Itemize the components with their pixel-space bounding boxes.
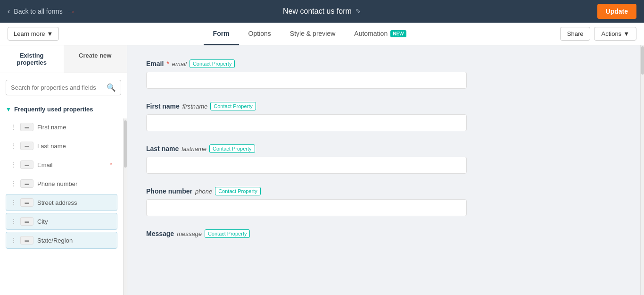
tab-automation[interactable]: Automation NEW xyxy=(345,23,415,45)
nav-right-actions: Share Actions ▼ xyxy=(560,23,636,45)
email-prop-name: email xyxy=(172,60,187,67)
field-label-row-email: Email * email Contact Property xyxy=(146,59,621,68)
list-item[interactable]: ⋮ ▬ Email * xyxy=(6,156,117,173)
prop-phone-label: Phone number xyxy=(37,180,112,187)
arrow-icon: → xyxy=(66,6,76,17)
section-chevron-icon: ▼ xyxy=(6,106,11,113)
lastname-prop-name: lastname xyxy=(182,145,206,152)
field-label-row-phone: Phone number phone Contact Property xyxy=(146,187,621,195)
back-to-forms-link[interactable]: ‹ Back to all forms → xyxy=(8,6,76,17)
share-label: Share xyxy=(567,30,584,37)
learn-more-button[interactable]: Learn more ▼ xyxy=(8,27,59,41)
drag-handle-icon: ⋮ xyxy=(11,180,17,187)
drag-handle-icon: ⋮ xyxy=(11,199,17,206)
field-type-icon: ▬ xyxy=(20,236,33,244)
form-field-lastname: Last name lastname Contact Property xyxy=(146,144,621,174)
section-header[interactable]: ▼ Frequently used properties xyxy=(6,106,121,113)
tab-form-label: Form xyxy=(213,30,230,37)
message-prop-name: message xyxy=(177,230,202,237)
prop-state-label: State/Region xyxy=(37,237,112,244)
properties-list: ⋮ ▬ First name ⋮ ▬ Last name ⋮ ▬ Email *… xyxy=(0,118,123,295)
lastname-input-preview[interactable] xyxy=(146,157,467,174)
prop-city-label: City xyxy=(37,218,112,225)
tab-style-preview[interactable]: Style & preview xyxy=(281,23,345,45)
edit-pencil-icon[interactable]: ✎ xyxy=(355,8,361,15)
firstname-prop-name: firstname xyxy=(182,103,207,110)
list-item[interactable]: ⋮ ▬ City xyxy=(6,213,117,230)
search-input[interactable] xyxy=(11,84,104,91)
learn-more-area: Learn more ▼ xyxy=(8,23,59,45)
drag-handle-icon: ⋮ xyxy=(11,161,17,168)
firstname-field-name: First name xyxy=(146,102,180,110)
form-title-area: New contact us form ✎ xyxy=(283,7,361,16)
panel-tab-create-label: Create new xyxy=(79,52,111,59)
email-contact-prop-badge: Contact Property xyxy=(190,59,235,68)
list-item[interactable]: ⋮ ▬ Phone number xyxy=(6,175,117,192)
phone-contact-prop-badge: Contact Property xyxy=(215,187,261,195)
left-panel-body: ⋮ ▬ First name ⋮ ▬ Last name ⋮ ▬ Email *… xyxy=(0,118,127,295)
tab-form[interactable]: Form xyxy=(204,23,239,45)
list-item[interactable]: ⋮ ▬ First name xyxy=(6,118,117,135)
panel-tab-create[interactable]: Create new xyxy=(64,45,127,73)
left-panel: Existing properties Create new 🔍 ▼ Frequ… xyxy=(0,45,127,295)
message-contact-prop-badge: Contact Property xyxy=(205,229,250,238)
email-input-preview[interactable] xyxy=(146,72,467,89)
actions-chevron-icon: ▼ xyxy=(623,30,629,37)
list-item[interactable]: ⋮ ▬ Street address xyxy=(6,194,117,211)
prop-street-label: Street address xyxy=(37,199,112,206)
list-item[interactable]: ⋮ ▬ Last name xyxy=(6,137,117,154)
right-panel[interactable]: Email * email Contact Property First nam… xyxy=(127,45,640,295)
drag-handle-icon: ⋮ xyxy=(11,218,17,225)
field-type-icon: ▬ xyxy=(20,217,33,226)
required-asterisk: * xyxy=(110,161,112,168)
field-label-row-lastname: Last name lastname Contact Property xyxy=(146,144,621,153)
new-badge: NEW xyxy=(390,30,406,37)
prop-lastname-label: Last name xyxy=(37,143,112,150)
phone-prop-name: phone xyxy=(195,188,212,195)
secondary-nav: Learn more ▼ Form Options Style & previe… xyxy=(0,23,644,45)
form-field-message: Message message Contact Property xyxy=(146,229,621,238)
phone-input-preview[interactable] xyxy=(146,199,467,216)
learn-more-label: Learn more xyxy=(14,30,45,37)
field-type-icon: ▬ xyxy=(20,142,33,150)
top-bar: ‹ Back to all forms → New contact us for… xyxy=(0,0,644,23)
panel-tab-existing-label: Existing properties xyxy=(17,52,47,66)
actions-button[interactable]: Actions ▼ xyxy=(594,27,636,41)
form-field-email: Email * email Contact Property xyxy=(146,59,621,89)
email-field-name: Email xyxy=(146,60,164,67)
field-label-row-firstname: First name firstname Contact Property xyxy=(146,102,621,110)
prop-email-label: Email xyxy=(37,161,106,169)
firstname-input-preview[interactable] xyxy=(146,114,467,131)
dropdown-chevron-icon: ▼ xyxy=(47,30,53,37)
nav-tabs: Form Options Style & preview Automation … xyxy=(59,23,560,45)
field-type-icon: ▬ xyxy=(20,198,33,207)
field-type-icon: ▬ xyxy=(20,160,33,169)
share-button[interactable]: Share xyxy=(560,27,591,41)
top-bar-actions: Update xyxy=(597,4,636,19)
tab-options[interactable]: Options xyxy=(239,23,281,45)
right-panel-scrollbar[interactable] xyxy=(640,45,644,295)
right-scroll-thumb xyxy=(641,46,644,75)
drag-handle-icon: ⋮ xyxy=(11,237,17,244)
tab-options-label: Options xyxy=(248,30,271,37)
field-type-icon: ▬ xyxy=(20,179,33,188)
lastname-field-name: Last name xyxy=(146,145,179,152)
field-label-row-message: Message message Contact Property xyxy=(146,229,621,238)
search-icon-button[interactable]: 🔍 xyxy=(107,83,116,92)
actions-label: Actions xyxy=(601,30,621,37)
list-item[interactable]: ⋮ ▬ State/Region xyxy=(6,232,117,249)
panel-tab-existing[interactable]: Existing properties xyxy=(0,45,64,73)
field-type-icon: ▬ xyxy=(20,123,33,131)
phone-field-name: Phone number xyxy=(146,187,192,195)
drag-handle-icon: ⋮ xyxy=(11,143,17,149)
main-layout: Existing properties Create new 🔍 ▼ Frequ… xyxy=(0,45,644,295)
left-panel-scrollbar[interactable] xyxy=(123,118,127,295)
tab-automation-label: Automation xyxy=(354,30,388,37)
drag-handle-icon: ⋮ xyxy=(11,124,17,130)
prop-firstname-label: First name xyxy=(37,124,112,131)
scroll-thumb xyxy=(124,120,127,168)
update-button[interactable]: Update xyxy=(597,4,636,19)
tab-style-label: Style & preview xyxy=(290,30,335,37)
form-title: New contact us form xyxy=(283,7,352,16)
form-field-phone: Phone number phone Contact Property xyxy=(146,187,621,216)
